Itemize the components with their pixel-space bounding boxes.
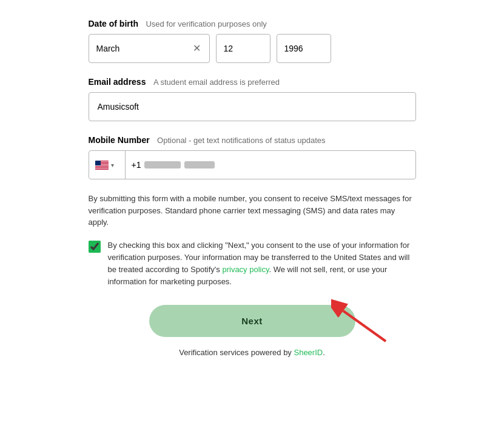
dob-year-field[interactable]: 1996 — [277, 34, 331, 63]
consent-checkbox[interactable] — [89, 241, 101, 253]
svg-rect-8 — [95, 166, 109, 167]
svg-rect-12 — [95, 168, 109, 169]
phone-number-blurred-1 — [144, 161, 181, 168]
dob-hint: Used for verification purposes only — [146, 19, 266, 28]
dob-year-value: 1996 — [284, 44, 303, 53]
mobile-hint: Optional - get text notifications of sta… — [157, 136, 326, 145]
dob-day-value: 12 — [224, 44, 234, 53]
privacy-policy-link[interactable]: privacy policy — [222, 265, 269, 274]
email-label: Email address — [89, 77, 146, 87]
dob-inputs-row: March ✕ 12 1996 — [89, 34, 416, 63]
country-chevron-icon: ▾ — [111, 162, 114, 168]
footer-suffix: . — [323, 348, 325, 357]
mobile-field-group: Mobile Number Optional - get text notifi… — [89, 135, 416, 179]
checkbox-consent-row: By checking this box and clicking "Next,… — [89, 239, 416, 289]
email-input[interactable] — [89, 92, 416, 121]
next-button[interactable]: Next — [149, 305, 355, 337]
svg-rect-13 — [95, 161, 101, 165]
dob-month-value: March — [96, 44, 192, 53]
phone-country-selector[interactable]: ▾ — [89, 151, 126, 179]
dob-field-group: Date of birth Used for verification purp… — [89, 18, 416, 63]
svg-rect-7 — [95, 165, 109, 166]
svg-rect-9 — [95, 167, 109, 167]
phone-field-wrapper: ▾ +1 — [89, 150, 416, 179]
footer-prefix: Verification services powered by — [179, 348, 294, 357]
email-label-row: Email address A student email address is… — [89, 76, 416, 87]
footer-text: Verification services powered by SheerID… — [89, 348, 416, 357]
dob-label-row: Date of birth Used for verification purp… — [89, 18, 416, 29]
dob-label: Date of birth — [89, 19, 138, 28]
sheerid-link[interactable]: SheerID — [294, 348, 323, 357]
consent-checkbox-container — [89, 241, 101, 253]
sms-consent-text: By submitting this form with a mobile nu… — [89, 193, 416, 229]
consent-text: By checking this box and clicking "Next,… — [108, 239, 416, 289]
us-flag-icon — [95, 161, 109, 170]
dob-day-field[interactable]: 12 — [216, 34, 270, 63]
phone-number-blurred-2 — [184, 161, 215, 168]
svg-rect-10 — [95, 167, 109, 168]
mobile-label-row: Mobile Number Optional - get text notifi… — [89, 135, 416, 145]
phone-country-code: +1 — [126, 160, 141, 170]
form-container: Date of birth Used for verification purp… — [64, 6, 440, 369]
email-hint: A student email address is preferred — [153, 78, 280, 87]
dob-month-field[interactable]: March ✕ — [89, 34, 210, 63]
next-button-wrapper: Next — [149, 305, 355, 337]
mobile-label: Mobile Number — [89, 135, 150, 145]
svg-rect-11 — [95, 168, 109, 168]
email-field-group: Email address A student email address is… — [89, 76, 416, 121]
dob-month-clear-button[interactable]: ✕ — [192, 44, 202, 53]
